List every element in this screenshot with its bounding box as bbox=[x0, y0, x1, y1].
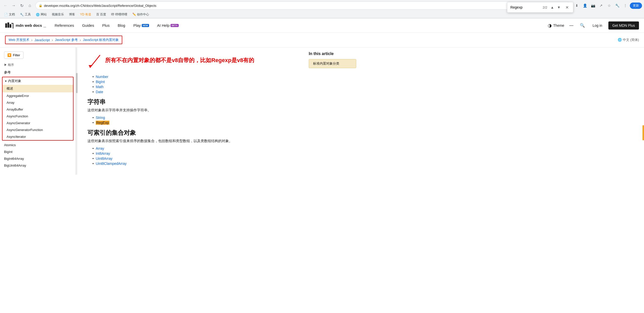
sidebar-top-item[interactable]: ▶ 顺序 bbox=[0, 62, 76, 68]
nav-links: References Guides Plus Blog Play NEW AI … bbox=[51, 22, 548, 29]
list-item-regexp: RegExp bbox=[92, 121, 295, 125]
sidebar-item-overview[interactable]: 概述 bbox=[3, 85, 73, 92]
browser-nav-buttons: ← → ↻ ⌂ bbox=[2, 2, 33, 9]
bookmark-blog[interactable]: 博客 bbox=[67, 12, 77, 17]
bookmark-docs-label: 文档 bbox=[9, 12, 15, 17]
update-button[interactable]: 更新 bbox=[630, 3, 642, 9]
bookmark-button[interactable]: ☆ bbox=[606, 2, 613, 9]
list-item-uint8clampedarray: Uint8ClampedArray bbox=[92, 162, 295, 166]
get-plus-button[interactable]: Get MDN Plus bbox=[608, 21, 639, 30]
link-regexp[interactable]: RegExp bbox=[96, 121, 109, 125]
screenshot-button[interactable]: 📷 bbox=[589, 2, 597, 9]
bookmark-music-label: 视频音乐 bbox=[52, 12, 64, 17]
sidebar-item-atomics[interactable]: Atomics bbox=[0, 142, 76, 148]
sidebar-item-bigint64array[interactable]: BigInt64Array bbox=[0, 155, 76, 162]
indexable-section-title: 可索引的集合对象 bbox=[87, 129, 295, 137]
bookmark-music[interactable]: 视频音乐 bbox=[50, 12, 66, 17]
link-bigint[interactable]: BigInt bbox=[96, 80, 105, 84]
sidebar-item-async-iterator[interactable]: AsyncIterator bbox=[3, 133, 73, 140]
profile-button[interactable]: 👤 bbox=[581, 2, 588, 9]
extensions-button[interactable]: 🔧 bbox=[614, 2, 621, 9]
sidebar-section-ref: 参考 bbox=[0, 68, 76, 76]
beta-badge: BETA bbox=[171, 24, 179, 27]
content-area: 🔽 Filter ▶ 顺序 参考 ▼ 内置对象 概述 AggregateErro… bbox=[0, 47, 644, 175]
search-icon-button[interactable]: 🔍 bbox=[578, 21, 586, 30]
sidebar-item-biguint64array-label: BigUint64Array bbox=[4, 164, 26, 167]
link-uint8clampedarray[interactable]: Uint8ClampedArray bbox=[96, 162, 127, 166]
svg-rect-1 bbox=[7, 22, 9, 28]
sidebar-item-bigint-label: BigInt bbox=[4, 150, 12, 154]
sidebar-item-aggregate-error-label: AggregateError bbox=[7, 94, 29, 98]
search-button[interactable]: — bbox=[567, 21, 575, 30]
sidebar-item-array[interactable]: Array bbox=[3, 99, 73, 106]
sidebar-group-header[interactable]: ▼ 内置对象 bbox=[3, 77, 73, 85]
bookmark-sites[interactable]: 🌐 网站 bbox=[34, 12, 49, 17]
bookmark-docs[interactable]: 📄 文档 bbox=[2, 12, 17, 17]
search-next-button[interactable]: ▼ bbox=[556, 4, 562, 10]
docs-icon: 📄 bbox=[4, 13, 8, 16]
filter-button[interactable]: 🔽 Filter bbox=[4, 51, 23, 59]
share-button[interactable]: ↗ bbox=[598, 2, 605, 9]
new-badge: NEW bbox=[142, 24, 149, 27]
nav-play[interactable]: Play NEW bbox=[130, 22, 153, 29]
link-string[interactable]: String bbox=[96, 116, 105, 120]
lang-selector[interactable]: 🌐 中文 (简体) bbox=[618, 38, 639, 42]
toc-button[interactable]: 标准内置对象分类 bbox=[309, 59, 356, 68]
breadcrumb: Web 开发技术 › JavaScript › JavaScript 参考 › … bbox=[0, 33, 644, 47]
list-item-string: String bbox=[92, 116, 295, 120]
breadcrumb-global[interactable]: JavaScript 标准内置对象 bbox=[83, 38, 119, 42]
home-button[interactable]: ⌂ bbox=[26, 2, 33, 9]
nav-blog[interactable]: Blog bbox=[114, 22, 129, 29]
forward-button[interactable]: → bbox=[10, 2, 17, 9]
breadcrumb-sep-1: › bbox=[31, 38, 32, 42]
bookmark-bilibili[interactable]: 哔 哔哩哔哩 bbox=[109, 12, 129, 17]
nav-ai-help[interactable]: AI Help BETA bbox=[154, 22, 182, 29]
bookmark-youdao[interactable]: YD 有道 bbox=[78, 12, 93, 17]
list-item-uint8array: Uint8Array bbox=[92, 156, 295, 161]
login-button[interactable]: Log in bbox=[589, 22, 605, 29]
breadcrumb-js[interactable]: JavaScript bbox=[34, 38, 50, 42]
search-prev-button[interactable]: ▲ bbox=[549, 4, 555, 10]
mdn-logo[interactable]: mdn web docs _ bbox=[5, 22, 46, 29]
sidebar-item-biguint64array[interactable]: BigUint64Array bbox=[0, 162, 76, 169]
sidebar-item-async-function[interactable]: AsyncFunction bbox=[3, 113, 73, 120]
search-close-button[interactable]: ✕ bbox=[564, 4, 570, 10]
sidebar-item-async-generator-function[interactable]: AsyncGeneratorFunction bbox=[3, 126, 73, 133]
header-actions: ◑ Theme — 🔍 Log in Get MDN Plus bbox=[548, 21, 639, 30]
sidebar-item-async-generator[interactable]: AsyncGenerator bbox=[3, 120, 73, 126]
breadcrumb-js-ref[interactable]: JavaScript 参考 bbox=[55, 38, 78, 42]
link-math[interactable]: Math bbox=[96, 85, 104, 89]
filter-icon: 🔽 bbox=[7, 53, 11, 57]
link-uint8array[interactable]: Uint8Array bbox=[96, 156, 112, 161]
nav-guides[interactable]: Guides bbox=[79, 22, 98, 29]
link-date[interactable]: Date bbox=[96, 90, 103, 94]
link-array[interactable]: Array bbox=[96, 146, 104, 150]
breadcrumb-web[interactable]: Web 开发技术 bbox=[9, 38, 29, 42]
sidebar-scrollbar[interactable] bbox=[76, 47, 77, 175]
reload-button[interactable]: ↻ bbox=[18, 2, 25, 9]
sidebar-inner-objects-group: ▼ 内置对象 概述 AggregateError Array ArrayBuff… bbox=[2, 77, 74, 141]
theme-button[interactable]: ◑ Theme bbox=[548, 23, 564, 28]
download-button[interactable]: ⬇ bbox=[573, 2, 580, 9]
bookmark-create[interactable]: ✏️ 创作中心 bbox=[130, 12, 151, 17]
theme-icon: ◑ bbox=[548, 23, 552, 28]
sites-icon: 🌐 bbox=[36, 13, 40, 16]
bookmark-tools[interactable]: 🔧 工具 bbox=[18, 12, 33, 17]
list-item-array2: Array bbox=[92, 146, 295, 150]
back-button[interactable]: ← bbox=[2, 2, 9, 9]
search-nav: ▲ ▼ bbox=[549, 4, 562, 10]
nav-plus[interactable]: Plus bbox=[99, 22, 113, 29]
nav-references[interactable]: References bbox=[51, 22, 78, 29]
search-input-popup[interactable] bbox=[510, 5, 541, 9]
list-item-int8array: Int8Array bbox=[92, 151, 295, 155]
sidebar-item-aggregate-error[interactable]: AggregateError bbox=[3, 92, 73, 99]
sidebar-item-array-buffer[interactable]: ArrayBuffer bbox=[3, 106, 73, 113]
menu-button[interactable]: ⋮ bbox=[622, 2, 629, 9]
mdn-header: mdn web docs _ References Guides Plus Bl… bbox=[0, 18, 644, 33]
filter-label: Filter bbox=[13, 53, 20, 57]
sidebar-item-bigint[interactable]: BigInt bbox=[0, 148, 76, 155]
link-int8array[interactable]: Int8Array bbox=[96, 151, 110, 155]
address-bar[interactable]: 🔒 developer.mozilla.org/zh-CN/docs/Web/J… bbox=[35, 2, 571, 10]
link-number[interactable]: Number bbox=[96, 75, 108, 79]
bookmark-baidu[interactable]: 百 百度 bbox=[94, 12, 108, 17]
